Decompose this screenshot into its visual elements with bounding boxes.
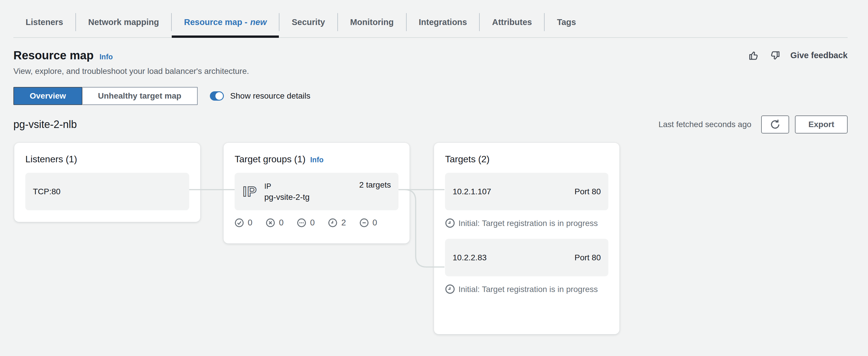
unused-count-value: 0 (373, 218, 377, 227)
export-button[interactable]: Export (795, 116, 848, 133)
target-groups-column-title: Target groups (1)Info (235, 154, 399, 165)
target-groups-column: Target groups (1)Info IP IP pg-vsite-2-t… (223, 143, 409, 244)
page-title: Resource map (13, 49, 94, 62)
thumbs-down-icon[interactable] (769, 50, 780, 61)
ip-target-type-icon: IP (242, 183, 258, 200)
target-group-name: pg-vsite-2-tg (264, 192, 310, 203)
listener-node[interactable]: TCP:80 (25, 173, 189, 210)
refresh-button[interactable] (761, 116, 789, 133)
unhealthy-target-map-button[interactable]: Unhealthy target map (82, 87, 198, 105)
tab-listeners-label: Listeners (26, 18, 63, 27)
tab-integrations-label: Integrations (419, 18, 467, 27)
thumbs-up-icon[interactable] (748, 50, 760, 61)
svg-text:IP: IP (243, 184, 257, 199)
tab-security-label: Security (292, 18, 325, 27)
resource-map-canvas: Listeners (1) TCP:80 Target groups (1)In… (0, 143, 868, 341)
target-group-node[interactable]: IP IP pg-vsite-2-tg 2 targets (235, 173, 399, 210)
tab-listeners[interactable]: Listeners (13, 7, 75, 37)
tab-tags[interactable]: Tags (545, 7, 588, 37)
target-node[interactable]: 10.2.2.83 Port 80 (445, 239, 608, 276)
target-status-text: Initial: Target registration is in progr… (459, 285, 598, 294)
listener-protocol-port: TCP:80 (33, 187, 61, 196)
circle-ellipsis-icon (297, 218, 306, 227)
toggle-knob (215, 92, 223, 100)
circle-clock-icon (328, 218, 337, 227)
tab-network-mapping[interactable]: Network mapping (76, 7, 171, 37)
initial-count: 2 (328, 218, 346, 227)
give-feedback-link[interactable]: Give feedback (790, 51, 848, 60)
tab-attributes[interactable]: Attributes (480, 7, 544, 37)
tab-security[interactable]: Security (279, 7, 337, 37)
view-controls: Overview Unhealthy target map Show resou… (0, 87, 868, 105)
tab-network-mapping-label: Network mapping (88, 18, 159, 27)
target-group-type: IP (264, 181, 310, 192)
tab-resource-map[interactable]: Resource map -new (172, 7, 279, 37)
tab-monitoring-label: Monitoring (350, 18, 394, 27)
tab-integrations[interactable]: Integrations (407, 7, 479, 37)
healthy-count: 0 (235, 218, 252, 227)
tab-monitoring[interactable]: Monitoring (338, 7, 406, 37)
listeners-column: Listeners (1) TCP:80 (14, 143, 200, 222)
target-status: Initial: Target registration is in progr… (445, 283, 604, 296)
target-port: Port 80 (575, 253, 601, 262)
target-address: 10.2.1.107 (453, 187, 491, 196)
tab-resource-map-new-badge: new (250, 18, 267, 27)
target-node[interactable]: 10.2.1.107 Port 80 (445, 173, 608, 210)
listeners-column-title: Listeners (1) (25, 154, 189, 165)
page-description: View, explore, and troubleshoot your loa… (13, 67, 848, 76)
tab-tags-label: Tags (557, 18, 576, 27)
targets-column-title: Targets (2) (445, 154, 608, 165)
circle-check-icon (235, 218, 244, 227)
feedback-controls: Give feedback (748, 50, 848, 61)
target-address: 10.2.2.83 (453, 253, 487, 262)
unhealthy-count-value: 0 (279, 218, 283, 227)
unused-count: 0 (360, 218, 377, 227)
targets-column: Targets (2) 10.2.1.107 Port 80 Initial: … (434, 143, 619, 334)
target-port: Port 80 (575, 187, 601, 196)
page-header: Resource map Info Give feedback View, ex… (0, 49, 868, 76)
target-groups-title-text: Target groups (1) (235, 154, 306, 164)
circle-clock-icon (445, 218, 455, 228)
unknown-count: 0 (297, 218, 315, 227)
load-balancer-name: pg-vsite-2-nlb (13, 118, 77, 131)
target-groups-info-link[interactable]: Info (310, 156, 324, 164)
circle-x-icon (266, 218, 275, 227)
map-header: pg-vsite-2-nlb Last fetched seconds ago … (0, 116, 868, 133)
last-fetched-text: Last fetched seconds ago (658, 120, 751, 129)
tab-resource-map-label: Resource map - (184, 18, 247, 27)
target-group-target-count: 2 targets (359, 180, 391, 190)
target-status-text: Initial: Target registration is in progr… (459, 219, 598, 228)
initial-count-value: 2 (341, 218, 346, 227)
resource-map-info-link[interactable]: Info (99, 53, 113, 61)
overview-button[interactable]: Overview (13, 87, 82, 105)
tab-attributes-label: Attributes (492, 18, 532, 27)
show-resource-details-label: Show resource details (230, 91, 310, 101)
view-mode-segmented-control: Overview Unhealthy target map (13, 87, 198, 105)
unknown-count-value: 0 (310, 218, 315, 227)
tab-bar: Listeners Network mapping Resource map -… (13, 0, 848, 38)
circle-minus-icon (360, 218, 369, 227)
target-status: Initial: Target registration is in progr… (445, 217, 604, 230)
healthy-count-value: 0 (248, 218, 252, 227)
show-resource-details-toggle[interactable] (210, 91, 224, 101)
refresh-icon (770, 119, 781, 130)
unhealthy-count: 0 (266, 218, 283, 227)
circle-clock-icon (445, 284, 455, 294)
target-health-summary: 0 0 0 2 0 (235, 218, 399, 227)
